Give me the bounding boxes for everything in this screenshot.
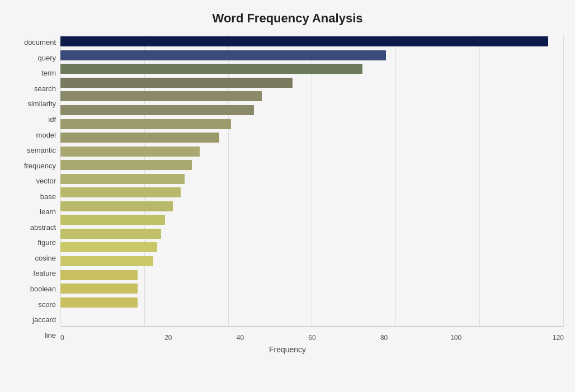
bar-row: [60, 187, 564, 198]
x-axis: 020406080100120: [60, 326, 564, 343]
bar-row: [60, 297, 564, 308]
bars-and-grid: 020406080100120: [60, 35, 564, 343]
bar: [60, 147, 200, 157]
chart-area: documentquerytermsearchsimilarityidfmode…: [11, 35, 564, 343]
y-label: similarity: [27, 100, 56, 107]
bar-row: [60, 159, 564, 171]
bar: [60, 50, 386, 60]
y-label: feature: [34, 270, 56, 277]
bars-container: [60, 35, 564, 326]
bar-row: [60, 201, 564, 212]
y-label: boolean: [30, 285, 56, 292]
y-label: frequency: [24, 162, 56, 169]
bar-row: [60, 77, 564, 88]
y-label: model: [36, 131, 56, 139]
bar: [60, 242, 157, 252]
bar-row: [60, 36, 564, 47]
bar: [60, 64, 362, 74]
bar-row: [60, 146, 564, 157]
bar-row: [60, 119, 564, 130]
x-ticks: 020406080100120: [60, 334, 564, 342]
x-tick: 80: [348, 334, 420, 342]
bar: [60, 270, 138, 280]
chart-title: Word Frequency Analysis: [11, 11, 564, 26]
bar-row: [60, 270, 564, 281]
y-label: abstract: [30, 224, 56, 231]
x-tick: 60: [276, 334, 348, 342]
x-axis-label: Frequency: [11, 345, 564, 354]
bar-row: [60, 242, 564, 253]
y-label: base: [40, 193, 56, 200]
bar: [60, 201, 173, 211]
bar-row: [60, 228, 564, 239]
y-label: idf: [48, 116, 56, 123]
bar: [60, 91, 262, 101]
y-label: term: [41, 69, 56, 77]
chart-container: Word Frequency Analysis documentqueryter…: [0, 0, 575, 392]
bar-row: [60, 214, 564, 225]
x-tick: 100: [420, 334, 492, 342]
y-label: semantic: [27, 147, 56, 154]
x-tick: 40: [204, 334, 276, 342]
bar-row: [60, 91, 564, 102]
y-label: search: [34, 85, 56, 92]
bar: [60, 119, 231, 129]
y-label: cosine: [35, 254, 56, 262]
bar: [60, 105, 254, 115]
y-label: learn: [40, 208, 56, 215]
bar: [60, 78, 293, 88]
y-axis-labels: documentquerytermsearchsimilarityidfmode…: [11, 35, 60, 343]
y-label: query: [37, 54, 56, 62]
bar: [60, 215, 165, 225]
bar-row: [60, 256, 564, 267]
x-tick: 120: [492, 334, 564, 342]
bar-row: [60, 132, 564, 143]
bar-row: [60, 63, 564, 74]
x-tick: 20: [133, 334, 205, 342]
bar: [60, 36, 548, 46]
bar: [60, 133, 219, 143]
bar: [60, 256, 153, 266]
y-label: jaccard: [32, 316, 56, 323]
bar: [60, 187, 181, 197]
bar-row: [60, 173, 564, 185]
y-label: figure: [37, 239, 56, 246]
bar: [60, 160, 192, 170]
bar-row: [60, 50, 564, 61]
bar-row: [60, 283, 564, 294]
y-label: line: [45, 332, 56, 339]
bar-row: [60, 105, 564, 116]
y-label: score: [38, 301, 56, 308]
y-label: document: [24, 39, 56, 46]
bar: [60, 174, 185, 184]
bar: [60, 229, 161, 239]
y-label: vector: [36, 177, 56, 185]
x-tick: 0: [60, 334, 133, 342]
bar: [60, 297, 138, 308]
bar: [60, 284, 138, 294]
